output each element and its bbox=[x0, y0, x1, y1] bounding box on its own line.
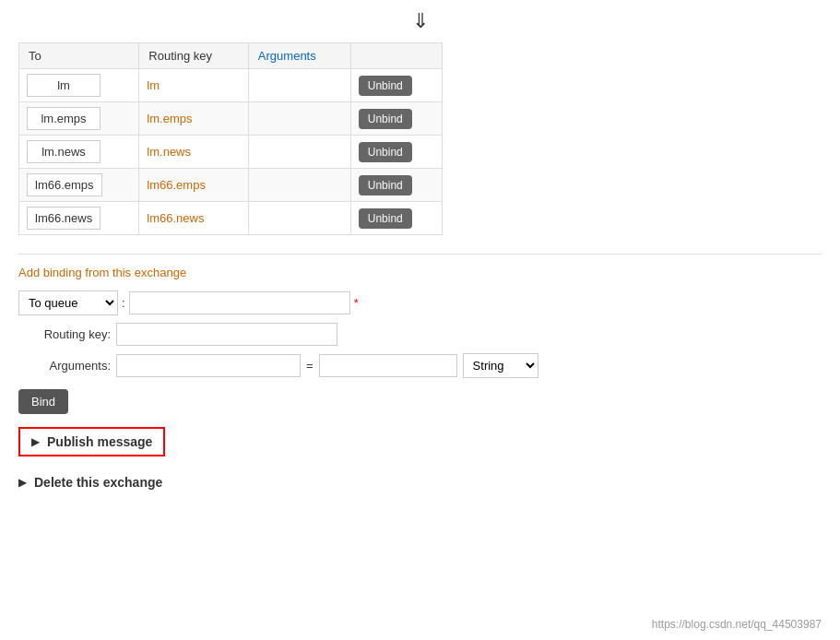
arguments-value-input[interactable] bbox=[319, 354, 457, 377]
delete-exchange-section[interactable]: ▶ Delete this exchange bbox=[18, 469, 822, 495]
queue-box: lm66.emps bbox=[27, 173, 102, 196]
cell-routing-key: lm bbox=[139, 69, 249, 102]
cell-unbind: Unbind bbox=[350, 136, 442, 169]
arguments-type-select[interactable]: StringIntegerBoolean bbox=[463, 353, 538, 378]
arguments-row: Arguments: = StringIntegerBoolean bbox=[18, 353, 822, 378]
arrow-indicator: ⇓ bbox=[18, 9, 822, 33]
cell-routing-key: lm66.news bbox=[139, 202, 249, 235]
cell-arguments bbox=[248, 69, 350, 102]
col-to: To bbox=[19, 43, 139, 69]
col-routing-key: Routing key bbox=[139, 43, 249, 69]
destination-input[interactable] bbox=[129, 291, 350, 314]
table-row: lm66.newslm66.newsUnbind bbox=[19, 202, 443, 235]
delete-exchange-triangle: ▶ bbox=[18, 476, 27, 489]
cell-to: lm66.emps bbox=[19, 169, 139, 202]
cell-arguments bbox=[248, 136, 350, 169]
unbind-button[interactable]: Unbind bbox=[359, 76, 412, 96]
add-binding-title: Add binding from this exchange bbox=[18, 254, 822, 279]
table-row: lmlmUnbind bbox=[19, 69, 443, 102]
queue-box: lm.news bbox=[27, 140, 101, 163]
routing-key-input[interactable] bbox=[116, 323, 337, 346]
col-actions bbox=[350, 43, 442, 69]
queue-box: lm bbox=[27, 74, 101, 97]
routing-key-label: Routing key: bbox=[18, 327, 111, 341]
unbind-button[interactable]: Unbind bbox=[359, 175, 412, 196]
cell-to: lm.news bbox=[19, 136, 139, 169]
table-row: lm.empslm.empsUnbind bbox=[19, 102, 443, 136]
table-row: lm66.empslm66.empsUnbind bbox=[19, 169, 443, 202]
cell-routing-key: lm.news bbox=[139, 136, 249, 169]
unbind-button[interactable]: Unbind bbox=[359, 109, 412, 129]
bind-button[interactable]: Bind bbox=[18, 389, 68, 414]
cell-to: lm66.news bbox=[19, 202, 139, 235]
colon-separator: : bbox=[122, 296, 125, 310]
col-arguments: Arguments bbox=[248, 43, 350, 69]
queue-box: lm66.news bbox=[27, 207, 101, 230]
cell-unbind: Unbind bbox=[350, 69, 442, 102]
delete-exchange-label: Delete this exchange bbox=[34, 475, 162, 490]
publish-message-triangle: ▶ bbox=[31, 435, 40, 448]
bind-button-container: Bind bbox=[18, 385, 822, 414]
cell-to: lm.emps bbox=[19, 102, 139, 136]
required-marker: * bbox=[354, 296, 359, 310]
table-row: lm.newslm.newsUnbind bbox=[19, 136, 443, 169]
publish-message-label: Publish message bbox=[47, 434, 152, 449]
cell-to: lm bbox=[19, 69, 139, 102]
cell-unbind: Unbind bbox=[350, 102, 442, 136]
equals-sign: = bbox=[306, 359, 314, 373]
routing-key-row: Routing key: bbox=[18, 323, 822, 346]
queue-box: lm.emps bbox=[27, 107, 101, 130]
unbind-button[interactable]: Unbind bbox=[359, 208, 412, 229]
cell-unbind: Unbind bbox=[350, 169, 442, 202]
cell-routing-key: lm66.emps bbox=[139, 169, 249, 202]
cell-arguments bbox=[248, 102, 350, 136]
cell-arguments bbox=[248, 169, 350, 202]
arguments-key-input[interactable] bbox=[116, 354, 301, 377]
arguments-label: Arguments: bbox=[18, 359, 111, 373]
destination-type-select[interactable]: To queueTo exchange bbox=[18, 290, 118, 315]
destination-row: To queueTo exchange : * bbox=[18, 290, 822, 315]
cell-routing-key: lm.emps bbox=[139, 102, 249, 136]
unbind-button[interactable]: Unbind bbox=[359, 142, 412, 162]
cell-arguments bbox=[248, 202, 350, 235]
bindings-table: To Routing key Arguments lmlmUnbindlm.em… bbox=[18, 42, 443, 235]
cell-unbind: Unbind bbox=[350, 202, 442, 235]
publish-message-section[interactable]: ▶ Publish message bbox=[18, 427, 165, 456]
